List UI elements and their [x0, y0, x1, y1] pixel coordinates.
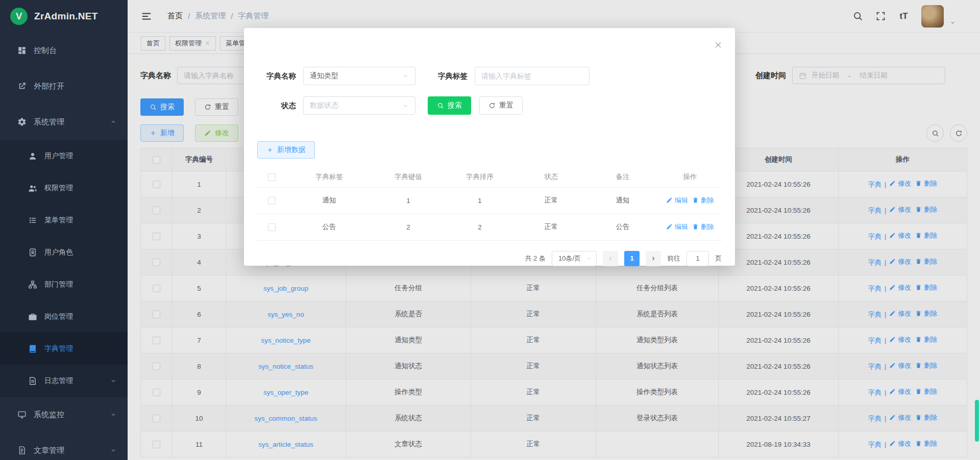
- pagination: 共 2 条 10条/页 1 前往 页: [257, 251, 722, 266]
- add-data-button[interactable]: 新增数据: [257, 141, 315, 159]
- chevron-down-icon: [402, 73, 409, 80]
- remark-cell: 通知: [587, 187, 658, 214]
- checkbox-cell: [257, 214, 286, 240]
- row-delete-link[interactable]: 删除: [692, 196, 714, 205]
- dict-data-row: 公告22正常公告编辑删除: [257, 214, 722, 240]
- select-all-checkbox[interactable]: [268, 173, 276, 181]
- header-checkbox-cell: [257, 167, 286, 187]
- dialog-filter-form: 字典名称 通知类型 字典标签 状态 数据状态 搜索 重置: [257, 67, 722, 115]
- delete-icon: [692, 223, 699, 230]
- dialog-reset-button-label: 重置: [499, 101, 513, 110]
- data-label-cell: 公告: [286, 214, 373, 240]
- dialog-status-label: 状态: [257, 101, 296, 111]
- chevron-down-icon: [586, 255, 592, 262]
- dialog-close-icon[interactable]: [714, 40, 723, 49]
- refresh-icon: [488, 102, 496, 109]
- row-edit-link-label: 编辑: [675, 222, 688, 232]
- row-checkbox[interactable]: [268, 223, 276, 231]
- delete-icon: [692, 197, 699, 203]
- scrollbar-thumb[interactable]: [975, 400, 979, 442]
- data-value-cell: 2: [373, 214, 444, 240]
- dialog-filter-row-1: 字典名称 通知类型 字典标签: [257, 67, 722, 85]
- edit-icon: [666, 197, 673, 203]
- next-page-button[interactable]: [646, 251, 661, 266]
- ops-cell: 编辑删除: [658, 187, 722, 214]
- data-label-cell: 通知: [286, 187, 373, 214]
- status-cell: 正常: [516, 187, 587, 214]
- add-data-button-label: 新增数据: [277, 145, 306, 155]
- dict-tag-input[interactable]: [475, 67, 590, 85]
- data-value-cell: 1: [373, 187, 444, 214]
- dict-data-dialog: 字典名称 通知类型 字典标签 状态 数据状态 搜索 重置: [244, 28, 735, 266]
- remark-cell: 公告: [587, 214, 658, 240]
- dict-data-header-row: 字典标签字典键值字典排序状态备注操作: [257, 167, 722, 187]
- dict-name-select[interactable]: 通知类型: [303, 67, 415, 85]
- pagination-total: 共 2 条: [525, 254, 545, 263]
- plus-icon: [266, 146, 274, 154]
- status-cell: 正常: [516, 214, 587, 240]
- prev-page-button[interactable]: [603, 251, 618, 266]
- dialog-dict-name-label: 字典名称: [257, 71, 296, 81]
- checkbox-cell: [257, 187, 286, 214]
- row-edit-link[interactable]: 编辑: [666, 196, 688, 205]
- dialog-reset-button[interactable]: 重置: [479, 96, 523, 115]
- goto-page-input[interactable]: [687, 251, 709, 266]
- column-header: 字典键值: [373, 167, 444, 187]
- edit-icon: [666, 223, 673, 230]
- page-number-button[interactable]: 1: [624, 251, 640, 266]
- row-delete-link[interactable]: 删除: [692, 222, 714, 232]
- ops-cell: 编辑删除: [658, 214, 722, 240]
- dict-data-table: 字典标签字典键值字典排序状态备注操作 通知11正常通知编辑删除公告22正常公告编…: [257, 167, 722, 241]
- column-header: 操作: [658, 167, 722, 187]
- goto-unit-label: 页: [715, 254, 722, 263]
- chevron-right-icon: [650, 255, 656, 262]
- column-header: 字典排序: [444, 167, 516, 187]
- dialog-filter-row-2: 状态 数据状态 搜索 重置: [257, 96, 722, 115]
- column-header: 字典标签: [286, 167, 373, 187]
- row-edit-link[interactable]: 编辑: [666, 222, 688, 232]
- row-edit-link-label: 编辑: [675, 196, 688, 205]
- page-size-select[interactable]: 10条/页: [552, 251, 597, 266]
- row-delete-link-label: 删除: [701, 222, 714, 232]
- page-size-value: 10条/页: [558, 254, 581, 263]
- chevron-down-icon: [402, 103, 409, 109]
- goto-label: 前往: [667, 254, 680, 263]
- data-sort-cell: 2: [444, 214, 516, 240]
- status-select[interactable]: 数据状态: [303, 96, 415, 115]
- dialog-search-button-label: 搜索: [448, 101, 462, 110]
- column-header: 备注: [587, 167, 658, 187]
- dict-name-select-value: 通知类型: [310, 71, 338, 81]
- column-header: 状态: [516, 167, 587, 187]
- dialog-dict-tag-label: 字典标签: [429, 71, 468, 81]
- status-select-placeholder: 数据状态: [310, 101, 338, 110]
- dialog-search-button[interactable]: 搜索: [428, 96, 471, 115]
- data-sort-cell: 1: [444, 187, 516, 214]
- row-checkbox[interactable]: [268, 197, 276, 205]
- chevron-left-icon: [607, 255, 614, 262]
- row-delete-link-label: 删除: [701, 196, 714, 205]
- search-icon: [437, 102, 444, 109]
- dict-data-row: 通知11正常通知编辑删除: [257, 187, 722, 214]
